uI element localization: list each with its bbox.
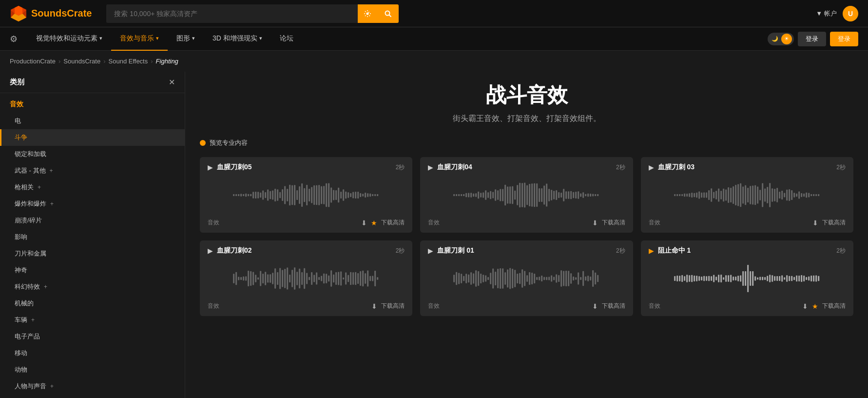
signup-button[interactable]: 登录 xyxy=(830,32,858,46)
nav-item-forum[interactable]: 论坛 xyxy=(271,27,302,51)
search-settings-button[interactable] xyxy=(358,4,377,23)
svg-rect-278 xyxy=(529,272,530,285)
theme-toggle[interactable]: 🌙 ☀ xyxy=(768,33,794,45)
star-icon-1[interactable]: ★ xyxy=(371,219,377,227)
svg-rect-257 xyxy=(478,271,479,286)
chevron-down-icon: ▾ xyxy=(192,35,195,41)
download-hq-button-3[interactable]: 下载高清 xyxy=(822,219,846,227)
sidebar-item-动物[interactable]: 动物 xyxy=(0,361,185,378)
svg-rect-168 xyxy=(774,189,775,201)
login-button[interactable]: 登录 xyxy=(798,32,826,46)
nav-item-3d-ar[interactable]: 3D 和增强现实 ▾ xyxy=(204,27,271,51)
svg-rect-151 xyxy=(733,186,734,204)
svg-rect-201 xyxy=(267,275,269,283)
download-hq-button-1[interactable]: 下载高清 xyxy=(381,219,405,227)
svg-rect-50 xyxy=(338,188,339,203)
play-button-4[interactable]: ▶ xyxy=(208,247,213,255)
svg-rect-118 xyxy=(578,191,579,199)
sidebar-item-神奇[interactable]: 神奇 xyxy=(0,262,185,279)
download-icon-5[interactable]: ⬇ xyxy=(592,302,598,310)
avatar[interactable]: U xyxy=(843,6,858,21)
star-icon-6[interactable]: ★ xyxy=(812,302,818,310)
sidebar-section-label-sfx[interactable]: 音效 xyxy=(0,96,185,113)
waveform-3[interactable] xyxy=(641,176,853,215)
svg-rect-279 xyxy=(531,273,533,284)
search-button[interactable] xyxy=(377,4,399,23)
waveform-5[interactable] xyxy=(420,259,633,298)
sidebar-item-斗争[interactable]: 斗争 xyxy=(0,129,185,146)
nav-item-graphics[interactable]: 图形 ▾ xyxy=(168,27,204,51)
sound-actions-3: ⬇下载高清 xyxy=(812,219,846,227)
sidebar-item-影响[interactable]: 影响 xyxy=(0,229,185,245)
svg-rect-340 xyxy=(754,276,756,280)
svg-rect-178 xyxy=(798,191,800,199)
waveform-6[interactable] xyxy=(641,259,853,298)
svg-rect-259 xyxy=(482,275,484,282)
download-hq-button-2[interactable]: 下载高清 xyxy=(602,219,625,227)
download-icon-3[interactable]: ⬇ xyxy=(812,219,818,227)
download-icon-1[interactable]: ⬇ xyxy=(361,219,367,227)
sidebar-item-武器---其他[interactable]: 武器 - 其他+ xyxy=(0,162,185,179)
svg-rect-20 xyxy=(265,192,266,198)
svg-rect-157 xyxy=(747,188,749,202)
svg-rect-245 xyxy=(374,271,376,286)
sidebar-item-枪相关[interactable]: 枪相关+ xyxy=(0,179,185,196)
nav-item-audio-music[interactable]: 音效与音乐 ▾ xyxy=(111,27,168,51)
download-hq-button-5[interactable]: 下载高清 xyxy=(602,302,625,310)
svg-rect-219 xyxy=(311,272,312,285)
svg-rect-45 xyxy=(326,183,327,207)
download-hq-button-4[interactable]: 下载高清 xyxy=(381,302,405,310)
waveform-2[interactable] xyxy=(420,176,633,215)
download-icon-6[interactable]: ⬇ xyxy=(802,302,808,310)
svg-rect-125 xyxy=(595,194,596,196)
svg-rect-155 xyxy=(742,187,744,204)
svg-rect-87 xyxy=(502,189,503,201)
play-button-1[interactable]: ▶ xyxy=(208,163,213,171)
play-button-2[interactable]: ▶ xyxy=(428,163,433,171)
svg-rect-306 xyxy=(597,275,598,282)
sidebar-item-科幻特效[interactable]: 科幻特效+ xyxy=(0,279,185,295)
sidebar-item-电[interactable]: 电 xyxy=(0,113,185,129)
waveform-4[interactable] xyxy=(200,259,412,298)
breadcrumb-sound-effects[interactable]: Sound Effects xyxy=(109,58,148,65)
logo[interactable]: SoundsCrate xyxy=(10,5,92,22)
play-button-5[interactable]: ▶ xyxy=(428,247,433,255)
close-icon[interactable]: ✕ xyxy=(169,78,175,87)
svg-rect-356 xyxy=(793,277,795,280)
search-input[interactable] xyxy=(106,4,358,23)
svg-rect-227 xyxy=(330,270,332,287)
sidebar-item-锁定和加载[interactable]: 锁定和加载 xyxy=(0,146,185,162)
svg-rect-137 xyxy=(698,191,700,199)
svg-rect-173 xyxy=(786,190,788,200)
svg-rect-256 xyxy=(475,270,477,287)
sidebar-item-移动[interactable]: 移动 xyxy=(0,345,185,361)
sidebar-item-崩溃/碎片[interactable]: 崩溃/碎片 xyxy=(0,212,185,229)
sidebar-item-电子产品[interactable]: 电子产品 xyxy=(0,328,185,345)
download-icon-2[interactable]: ⬇ xyxy=(592,219,598,227)
svg-rect-51 xyxy=(340,192,342,199)
waveform-1[interactable] xyxy=(200,176,412,215)
nav-item-visual-effects[interactable]: 视觉特效和运动元素 ▾ xyxy=(27,27,111,51)
breadcrumb-soundscrate[interactable]: SoundsCrate xyxy=(63,58,100,65)
sidebar-item-刀片和金属[interactable]: 刀片和金属 xyxy=(0,245,185,262)
download-hq-button-6[interactable]: 下载高清 xyxy=(822,302,846,310)
svg-rect-204 xyxy=(274,268,276,288)
sidebar-item-人物与声音[interactable]: 人物与声音+ xyxy=(0,378,185,395)
svg-rect-9 xyxy=(238,194,239,196)
svg-rect-100 xyxy=(534,183,535,207)
svg-rect-127 xyxy=(674,194,675,196)
page-title: 战斗音效 xyxy=(200,81,853,109)
sidebar-item-机械的[interactable]: 机械的 xyxy=(0,295,185,312)
sidebar-item-爆炸和爆炸[interactable]: 爆炸和爆炸+ xyxy=(0,196,185,212)
breadcrumb-productioncrate[interactable]: ProductionCrate xyxy=(10,58,56,65)
svg-rect-99 xyxy=(531,183,533,207)
account-dropdown[interactable]: ▼ 帐户 xyxy=(816,9,837,18)
play-button-6[interactable]: ▶ xyxy=(649,247,654,255)
play-button-3[interactable]: ▶ xyxy=(649,163,654,171)
nav-gear-icon[interactable]: ⚙ xyxy=(10,34,18,44)
svg-rect-102 xyxy=(539,188,540,202)
sidebar-item-车辆[interactable]: 车辆+ xyxy=(0,312,185,328)
expand-icon: + xyxy=(50,200,54,207)
download-icon-4[interactable]: ⬇ xyxy=(371,302,377,310)
sidebar-item-液体[interactable]: 液体 xyxy=(0,395,185,398)
